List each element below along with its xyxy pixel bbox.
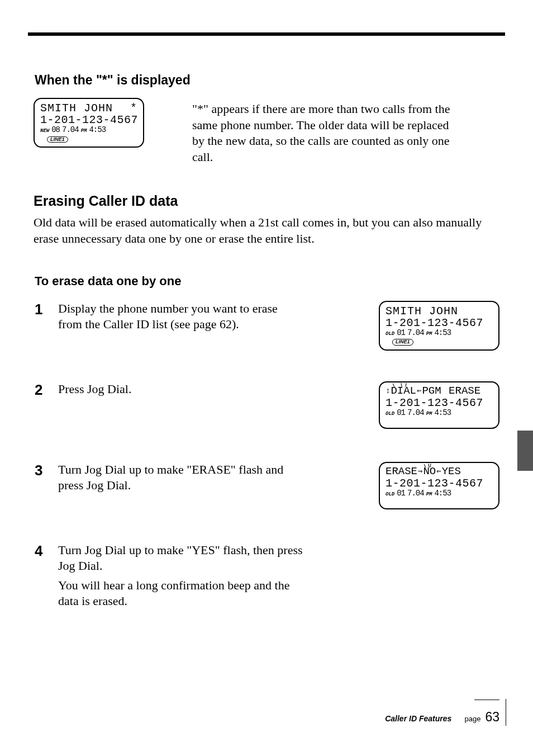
step-number: 2 [35,381,58,399]
lcd-menu-row: ↕ DIAL ⇐ PGM ERASE [386,386,493,397]
step-number: 1 [35,301,58,318]
lcd-menu-row: ERASE ⇒ NO ⇐ YES [386,466,493,478]
lcd-ampm: PM [426,412,432,417]
lcd-phone-number: 1-201-123-4567 [386,317,493,329]
lcd-display-top: SMITH JOHN * 1-201-123-4567 NEW 08 7.04 … [34,98,144,148]
old-badge: OLD [386,492,394,497]
footer-page-number: 63 [485,710,499,725]
lcd-phone-number: 1-201-123-4567 [386,397,493,409]
step-text: Turn Jog Dial up to make "YES" flash, th… [58,542,304,609]
lcd-date: 7.04 [62,126,79,134]
lcd-ampm: PM [426,332,432,337]
footer-page-word: page [464,715,480,723]
step-number: 3 [35,462,58,479]
lcd-time: 4:53 [434,409,451,417]
step-3: 3 Turn Jog Dial up to make "ERASE" flash… [35,462,499,518]
lcd-step3: ERASE ⇒ NO ⇐ YES 1-201-123-4567 OLD 01 7… [379,462,499,510]
lcd-star-indicator: * [130,102,137,114]
lcd-time: 4:53 [434,329,451,337]
lcd-call-count: 01 [397,489,405,498]
step-text: Display the phone number you want to era… [58,301,304,333]
left-icon: ⇐ [436,467,441,479]
menu-yes: YES [442,466,461,478]
old-badge: OLD [386,332,394,337]
lcd-caller-name: SMITH JOHN [40,102,113,114]
lcd-call-count: 08 [51,126,60,134]
step-text: Turn Jog Dial up to make "ERASE" flash a… [58,462,304,494]
lcd-call-count: 01 [397,409,405,417]
updown-icon: ↕ [386,387,390,398]
footer-section-label: Caller ID Features [385,714,451,723]
menu-erase: ERASE [386,466,417,478]
step-4: 4 Turn Jog Dial up to make "YES" flash, … [35,542,499,609]
intro-text: Old data will be erased automatically wh… [34,215,499,247]
lcd-meta-row: NEW 08 7.04 PM 4:53 [40,126,137,134]
menu-pgm: PGM [422,386,441,397]
heading-erasing: Erasing Caller ID data [34,193,499,209]
footer-vdivider [506,699,506,726]
menu-no: NO [423,466,436,478]
lcd-ampm: PM [81,129,87,134]
page-footer: Caller ID Features page 63 [385,710,499,725]
lcd-time: 4:53 [89,126,106,134]
right-icon: ⇒ [418,467,422,479]
lcd-date: 7.04 [407,329,424,337]
heading-erase-one: To erase data one by one [35,274,499,289]
lcd-ampm: PM [426,492,432,497]
step-1: 1 Display the phone number you want to e… [35,301,499,357]
lcd-step2: ↕ DIAL ⇐ PGM ERASE 1-201-123-4567 OLD 01… [379,381,499,429]
old-badge: OLD [386,412,394,417]
lcd-meta-row: OLD 01 7.04 PM 4:53 [386,409,493,417]
section-title-star: When the "*" is displayed [35,73,499,88]
lcd-date: 7.04 [407,489,424,498]
header-divider [28,32,505,36]
new-badge: NEW [40,129,49,134]
star-description: "*" appears if there are more than two c… [192,98,460,165]
left-icon: ⇐ [417,387,421,398]
line-indicator: LINE1 [47,136,68,143]
lcd-call-count: 01 [397,329,405,337]
step-text: Press Jog Dial. [58,381,304,398]
lcd-phone-number: 1-201-123-4567 [40,114,137,126]
lcd-time: 4:53 [434,489,451,498]
steps-list: 1 Display the phone number you want to e… [35,301,499,609]
lcd-phone-number: 1-201-123-4567 [386,478,493,489]
line-indicator: LINE1 [392,339,413,345]
lcd-caller-name: SMITH JOHN [386,305,458,317]
lcd-date: 7.04 [407,409,424,417]
lcd-meta-row: OLD 01 7.04 PM 4:53 [386,329,493,337]
menu-dial: DIAL [391,386,416,397]
step-2: 2 Press Jog Dial. ↕ DIAL ⇐ PGM ERASE 1-2… [35,381,499,437]
lcd-step1: SMITH JOHN 1-201-123-4567 OLD 01 7.04 PM… [379,301,499,351]
step-number: 4 [35,542,58,560]
section-tab [517,431,533,471]
footer-divider [474,700,499,700]
menu-erase: ERASE [449,386,480,397]
lcd-meta-row: OLD 01 7.04 PM 4:53 [386,489,493,498]
